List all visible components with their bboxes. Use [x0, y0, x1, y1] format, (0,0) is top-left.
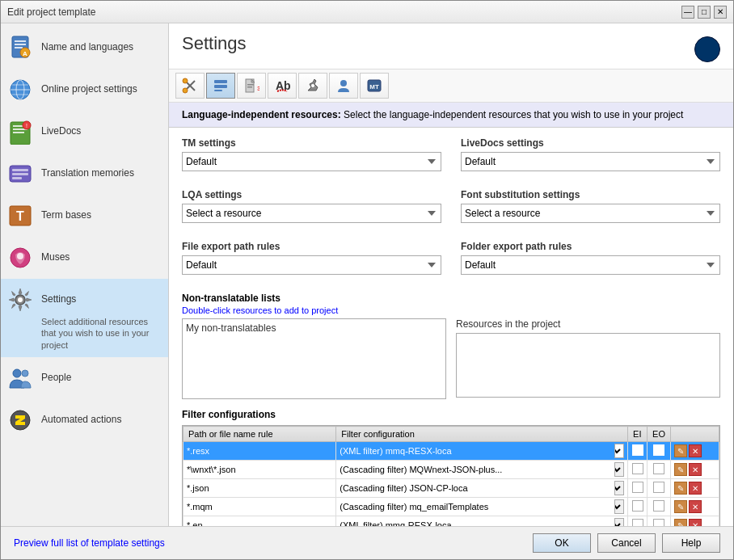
table-row[interactable]: *.mqm (Cascading filter) mq_emailTemplat…: [184, 498, 719, 516]
filter-delete-icon-2[interactable]: ✕: [689, 463, 702, 476]
settings-title: Settings: [182, 33, 720, 54]
non-translatable-section: Non-translatable lists Double-click reso…: [182, 293, 720, 399]
close-button[interactable]: ✕: [714, 6, 727, 19]
filter-ei-check-2[interactable]: [632, 463, 643, 474]
help-button[interactable]: Help: [662, 533, 720, 553]
toolbar-tools-button[interactable]: [298, 73, 327, 99]
filter-delete-icon-1[interactable]: ✕: [689, 444, 702, 457]
folder-export-label: Folder export path rules: [461, 241, 720, 252]
sidebar-label-term-bases: Term bases: [41, 209, 91, 222]
filter-ei-check-4[interactable]: [632, 500, 643, 512]
filter-edit-icon-2[interactable]: ✎: [674, 463, 687, 476]
filter-col-actions: [671, 427, 719, 442]
font-substitution-group: Font substitution settings Select a reso…: [461, 189, 720, 223]
filter-eo-cell: [648, 498, 671, 516]
non-trans-panels: My non-translatables Resources in the pr…: [182, 318, 720, 399]
ok-button[interactable]: OK: [533, 533, 591, 553]
sidebar-item-name-and-languages[interactable]: A Name and languages: [1, 27, 168, 69]
minimize-button[interactable]: —: [681, 6, 694, 19]
sidebar-label-muses: Muses: [41, 251, 70, 264]
filter-action-cell: ✎ ✕: [671, 516, 719, 527]
toolbar-spellcheck-button[interactable]: Ab: [268, 73, 297, 99]
non-trans-project-list[interactable]: [456, 333, 720, 398]
sidebar-item-settings[interactable]: Settings Select additional resources tha…: [1, 279, 168, 357]
memory-icon: [6, 159, 35, 188]
filter-delete-icon-5[interactable]: ✕: [689, 519, 702, 526]
non-trans-available-list[interactable]: My non-translatables: [182, 318, 446, 399]
filter-config-dropdown-4[interactable]: [614, 499, 624, 514]
lang-independent-text: Select the language-independent resource…: [344, 109, 683, 120]
filter-eo-check-4[interactable]: [653, 500, 664, 512]
svg-point-26: [18, 297, 23, 302]
filter-ei-cell: [628, 442, 648, 461]
filter-edit-icon-4[interactable]: ✎: [674, 500, 687, 513]
cancel-button[interactable]: Cancel: [597, 533, 656, 553]
table-row[interactable]: *.json (Cascading filter) JSON-CP-loca: [184, 479, 719, 498]
filter-ei-check-3[interactable]: [632, 482, 643, 493]
toolbar-batch-button[interactable]: [206, 73, 235, 99]
filter-path-cell: *.resx: [184, 442, 336, 461]
sidebar-item-automated-actions[interactable]: Automated actions: [1, 399, 168, 441]
filter-ei-check-1[interactable]: [632, 444, 643, 456]
table-row[interactable]: *.en (XML filter) mmq-RESX-loca: [184, 516, 719, 527]
svg-rect-37: [247, 86, 252, 88]
font-substitution-select[interactable]: Select a resource: [461, 204, 720, 223]
filter-config-dropdown-5[interactable]: [614, 518, 624, 526]
svg-rect-2: [15, 44, 26, 45]
sidebar-item-online-project-settings[interactable]: Online project settings: [1, 69, 168, 111]
filter-edit-icon-5[interactable]: ✎: [674, 519, 687, 526]
livedocs-settings-select[interactable]: Default: [461, 152, 720, 171]
svg-text:MT: MT: [369, 83, 379, 91]
filter-edit-icon-3[interactable]: ✎: [674, 482, 687, 495]
file-export-select[interactable]: Default: [182, 255, 441, 275]
sidebar-item-muses[interactable]: Muses: [1, 237, 168, 279]
toolbar-file-types-button[interactable]: 3: [237, 73, 266, 99]
filter-table-wrapper: Path or file name rule Filter configurat…: [182, 425, 720, 526]
maximize-button[interactable]: □: [698, 6, 711, 19]
filter-ei-check-5[interactable]: [632, 519, 643, 526]
folder-export-select[interactable]: Default: [461, 255, 720, 275]
sidebar-item-translation-memories[interactable]: Translation memories: [1, 153, 168, 195]
lang-independent-bar: Language-independent resources: Select t…: [169, 103, 733, 128]
sidebar-item-people[interactable]: People: [1, 357, 168, 399]
table-row[interactable]: *.resx (XML filter) mmq-RESX-loca: [184, 442, 719, 461]
bottom-buttons: OK Cancel Help: [533, 533, 720, 553]
filter-config-dropdown-1[interactable]: [614, 444, 624, 458]
non-trans-subtext[interactable]: Double-click resources to add to project: [182, 305, 720, 315]
filter-col-ei: EI: [628, 427, 648, 442]
main-content: A Name and languages Online project s: [1, 23, 733, 526]
filter-delete-icon-4[interactable]: ✕: [689, 500, 702, 513]
filter-config-dropdown-2[interactable]: [614, 462, 624, 477]
filter-config-dropdown-3[interactable]: [614, 481, 624, 495]
filter-col-config: Filter configuration: [336, 427, 628, 442]
non-trans-item: My non-translatables: [186, 322, 276, 334]
filter-eo-check-2[interactable]: [653, 463, 664, 474]
filter-path-cell: *.json: [184, 479, 336, 498]
preview-link[interactable]: Preview full list of template settings: [14, 537, 165, 549]
settings-panel: Settings 3 Ab: [169, 23, 733, 526]
sidebar-item-term-bases[interactable]: T Term bases: [1, 195, 168, 237]
filter-eo-check-1[interactable]: [653, 444, 664, 456]
filter-edit-icon-1[interactable]: ✎: [674, 444, 687, 457]
toolbar-mt-button[interactable]: MT: [360, 73, 389, 99]
table-row[interactable]: *\wnxt\*.json (Cascading filter) MQWnext…: [184, 461, 719, 479]
sidebar-item-livedocs[interactable]: ! LiveDocs: [1, 111, 168, 153]
toolbar-segmentation-button[interactable]: [175, 73, 205, 99]
livedocs-settings-label: LiveDocs settings: [461, 137, 720, 149]
filter-eo-check-3[interactable]: [653, 482, 664, 493]
settings-header-row: Settings: [6, 285, 76, 314]
filter-config-cell: (Cascading filter) mq_emailTemplates: [336, 498, 628, 516]
lqa-settings-label: LQA settings: [182, 189, 441, 200]
lqa-settings-select[interactable]: Select a resource: [182, 204, 441, 223]
window-controls: — □ ✕: [681, 6, 727, 19]
filter-eo-check-5[interactable]: [653, 519, 664, 526]
svg-text:3: 3: [257, 85, 259, 92]
svg-point-41: [340, 80, 347, 86]
filter-configurations-section: Filter configurations Path or file name …: [182, 409, 720, 526]
tm-settings-select[interactable]: Default: [182, 152, 441, 171]
filter-ei-cell: [628, 516, 648, 527]
filter-delete-icon-3[interactable]: ✕: [689, 482, 702, 495]
toolbar-user-button[interactable]: [329, 73, 358, 99]
filter-table: Path or file name rule Filter configurat…: [183, 426, 719, 526]
term-icon: T: [6, 201, 35, 230]
